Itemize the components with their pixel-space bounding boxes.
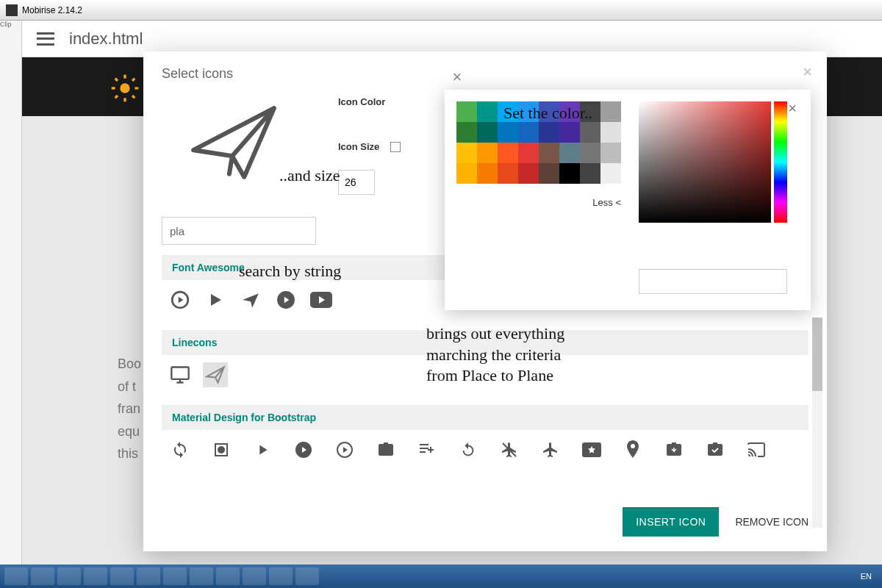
play-circle-outline-icon[interactable]: [168, 287, 193, 312]
color-swatch[interactable]: [477, 101, 498, 122]
close-modal-button[interactable]: ×: [803, 62, 812, 82]
hue-slider[interactable]: [774, 101, 787, 223]
icon-search-input[interactable]: [162, 217, 316, 245]
annotation-brings-out: brings out everything marching the crite…: [426, 323, 564, 387]
insert-icon-button[interactable]: INSERT ICON: [623, 507, 719, 537]
category-mdb[interactable]: Material Design for Bootstrap: [162, 405, 808, 430]
airplane-off-icon[interactable]: [497, 437, 522, 462]
taskbar-item[interactable]: [163, 567, 187, 585]
color-swatch[interactable]: [539, 122, 559, 143]
taskbar-item[interactable]: [190, 567, 213, 585]
mdb-icon-row: [162, 430, 808, 470]
plane-icon[interactable]: [238, 287, 263, 312]
taskbar-item[interactable]: [216, 567, 240, 585]
taskbar-item[interactable]: [110, 567, 134, 585]
color-swatch[interactable]: [600, 163, 621, 184]
color-hex-input[interactable]: [639, 269, 787, 294]
taskbar-item[interactable]: [295, 567, 319, 585]
color-swatch[interactable]: [477, 122, 498, 143]
taskbar-item[interactable]: [243, 567, 266, 585]
replay-icon[interactable]: [456, 437, 481, 462]
taskbar-item[interactable]: [31, 567, 54, 585]
color-swatch[interactable]: [498, 163, 518, 184]
youtube-play-icon[interactable]: [309, 287, 334, 312]
local-play-icon[interactable]: [579, 437, 604, 462]
annotation-search-by-string: search by string: [239, 261, 341, 282]
svg-line-6: [132, 96, 135, 98]
color-swatch[interactable]: [539, 143, 559, 163]
color-swatch[interactable]: [456, 163, 477, 184]
color-swatch[interactable]: [477, 163, 498, 184]
playlist-add-icon[interactable]: [415, 437, 440, 462]
ribbon-sidebar: Clip: [0, 21, 22, 564]
color-swatch[interactable]: [518, 163, 539, 184]
color-swatch[interactable]: [498, 122, 518, 143]
color-swatch[interactable]: [580, 122, 600, 143]
color-swatch[interactable]: [559, 122, 580, 143]
taskbar-item[interactable]: [57, 567, 81, 585]
remove-icon-button[interactable]: REMOVE ICON: [735, 516, 808, 528]
color-swatch[interactable]: [456, 101, 477, 122]
svg-rect-12: [171, 368, 188, 379]
sun-icon: [110, 74, 140, 103]
display-icon[interactable]: [168, 362, 193, 387]
play-solid-icon[interactable]: [203, 287, 228, 312]
icon-size-checkbox[interactable]: [390, 142, 401, 152]
color-swatch[interactable]: [559, 163, 580, 184]
color-swatch[interactable]: [498, 143, 518, 163]
icon-size-input[interactable]: [338, 170, 375, 195]
place-icon[interactable]: [620, 437, 645, 462]
start-button[interactable]: [4, 567, 28, 585]
icon-size-label: Icon Size: [338, 141, 379, 152]
color-swatch[interactable]: [518, 122, 539, 143]
airplane-icon[interactable]: [538, 437, 563, 462]
close-swatches-button[interactable]: ×: [448, 68, 466, 85]
color-swatch[interactable]: [600, 101, 621, 122]
color-swatch[interactable]: [539, 163, 559, 184]
annotation-and-size: ..and size: [279, 165, 340, 187]
color-swatch[interactable]: [456, 122, 477, 143]
hamburger-menu-icon[interactable]: [37, 32, 54, 46]
svg-point-0: [120, 83, 129, 93]
brightness-icon[interactable]: [209, 437, 234, 462]
icon-color-label: Icon Color: [338, 96, 401, 107]
windows-taskbar[interactable]: EN: [0, 564, 882, 588]
taskbar-item[interactable]: [269, 567, 293, 585]
cast-icon[interactable]: [744, 437, 769, 462]
svg-line-7: [115, 96, 118, 98]
color-swatch[interactable]: [580, 163, 600, 184]
paper-plane-icon[interactable]: [203, 362, 228, 387]
paper-plane-preview-icon: [176, 96, 294, 192]
color-swatch[interactable]: [559, 143, 580, 163]
annotation-set-color: Set the color..: [503, 103, 592, 124]
play-circle-outline-mdb-icon[interactable]: [332, 437, 357, 462]
play-arrow-icon[interactable]: [250, 437, 275, 462]
svg-point-16: [218, 447, 224, 453]
briefcase-download-icon[interactable]: [662, 437, 686, 462]
refresh-icon[interactable]: [168, 437, 193, 462]
svg-line-5: [115, 79, 118, 81]
color-swatch[interactable]: [518, 143, 539, 163]
modal-scrollbar[interactable]: [812, 318, 822, 528]
color-swatch[interactable]: [600, 122, 621, 143]
color-swatch[interactable]: [600, 143, 621, 163]
taskbar-item[interactable]: [84, 567, 107, 585]
briefcase-icon[interactable]: [373, 437, 398, 462]
window-title: Mobirise 2.14.2: [22, 5, 82, 15]
less-toggle-link[interactable]: Less <: [456, 197, 621, 208]
os-window-title-bar: Mobirise 2.14.2: [0, 0, 882, 21]
close-picker-button[interactable]: ×: [784, 100, 800, 116]
briefcase-check-icon[interactable]: [703, 437, 728, 462]
saturation-value-picker[interactable]: [639, 101, 771, 223]
current-file-name: index.html: [69, 29, 143, 49]
taskbar-item[interactable]: [137, 567, 160, 585]
svg-line-8: [132, 79, 135, 81]
color-swatch[interactable]: [580, 143, 600, 163]
modal-title: Select icons: [162, 66, 808, 82]
taskbar-language[interactable]: EN: [855, 572, 878, 581]
app-logo-icon: [6, 4, 18, 16]
color-swatch[interactable]: [456, 143, 477, 163]
play-circle-filled-icon[interactable]: [291, 437, 316, 462]
play-circle-solid-icon[interactable]: [273, 287, 298, 312]
color-swatch[interactable]: [477, 143, 498, 163]
